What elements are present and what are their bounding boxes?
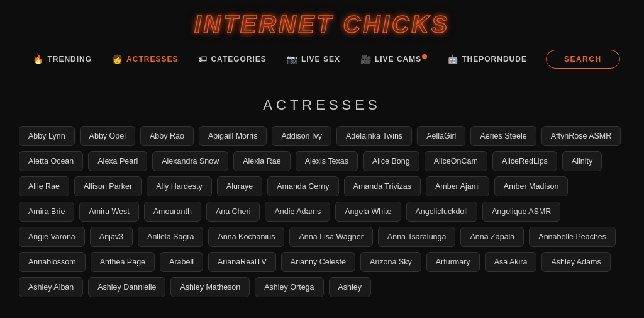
actress-tag[interactable]: Arturmary xyxy=(426,252,480,272)
nav-label-theporndude: THEPORNDUDE xyxy=(462,55,527,64)
actress-tag[interactable]: Adelainka Twins xyxy=(336,126,412,146)
actress-tag[interactable]: Angelicfuckdoll xyxy=(406,202,477,222)
actress-tag[interactable]: Anllela Sagra xyxy=(138,227,203,247)
actress-tag[interactable]: Anna Zapala xyxy=(460,227,524,247)
nav-label-categories: CATEGORIES xyxy=(211,55,266,64)
actress-tag[interactable]: Angie Varona xyxy=(19,227,85,247)
actress-tag[interactable]: Abby Opel xyxy=(80,126,135,146)
actress-tag[interactable]: Annabelle Peaches xyxy=(529,227,616,247)
actress-tag[interactable]: Amber Madison xyxy=(494,176,569,196)
site-title: INTERNET CHICKS xyxy=(0,0,644,45)
actress-tag[interactable]: Abby Rao xyxy=(140,126,194,146)
live-sex-icon: 📷 xyxy=(287,54,298,64)
actress-tag[interactable]: Addison Ivy xyxy=(272,126,331,146)
nav-item-live-cams[interactable]: 🎥LIVE CAMS xyxy=(352,50,436,68)
actress-tag[interactable]: Alexa Pearl xyxy=(88,151,147,171)
actress-tag[interactable]: Ashley Alban xyxy=(19,277,83,297)
actress-tag[interactable]: Aletta Ocean xyxy=(19,151,83,171)
actress-tag[interactable]: Ashley Matheson xyxy=(170,277,250,297)
nav-item-actresses[interactable]: 👩ACTRESSES xyxy=(103,50,187,68)
main-nav: 🔥TRENDING👩ACTRESSES🏷CATEGORIES📷LIVE SEX🎥… xyxy=(0,45,644,79)
nav-item-trending[interactable]: 🔥TRENDING xyxy=(24,50,101,68)
nav-label-actresses: ACTRESSES xyxy=(126,55,178,64)
actress-tag[interactable]: Arianny Celeste xyxy=(281,252,355,272)
actress-tag[interactable]: Amanda Trivizas xyxy=(344,176,421,196)
nav-label-trending: TRENDING xyxy=(47,55,92,64)
actress-tag[interactable]: Arabell xyxy=(160,252,203,272)
live-badge xyxy=(422,54,427,59)
nav-label-live-sex: LIVE SEX xyxy=(301,55,340,64)
actress-grid: Abby LynnAbby OpelAbby RaoAbigaill Morri… xyxy=(0,126,644,316)
actress-tag[interactable]: Alinity xyxy=(562,151,602,171)
theporndude-icon: 🤖 xyxy=(447,54,458,64)
actress-tag[interactable]: Annablossom xyxy=(19,252,86,272)
actress-tag[interactable]: Andie Adams xyxy=(265,202,330,222)
actress-tag[interactable]: Aeries Steele xyxy=(470,126,536,146)
actress-tag[interactable]: Arizona Sky xyxy=(360,252,421,272)
actress-tag[interactable]: Ashley Ortega xyxy=(255,277,323,297)
actress-tag[interactable]: Alexia Rae xyxy=(233,151,290,171)
trending-icon: 🔥 xyxy=(33,54,44,64)
actress-tag[interactable]: Anna Tsaralunga xyxy=(378,227,456,247)
actresses-icon: 👩 xyxy=(112,54,123,64)
nav-item-theporndude[interactable]: 🤖THEPORNDUDE xyxy=(438,50,536,68)
actress-tag[interactable]: Anna Lisa Wagner xyxy=(289,227,372,247)
actress-tag[interactable]: Allison Parker xyxy=(74,176,142,196)
actress-tag[interactable]: Asa Akira xyxy=(485,252,537,272)
actress-tag[interactable]: Angela White xyxy=(335,202,401,222)
actress-tag[interactable]: AftynRose ASMR xyxy=(541,126,621,146)
actress-tag[interactable]: Anthea Page xyxy=(91,252,155,272)
actress-tag[interactable]: Alice Bong xyxy=(363,151,419,171)
actress-tag[interactable]: Ashley xyxy=(329,277,372,297)
actress-tag[interactable]: AliceOnCam xyxy=(425,151,487,171)
actress-tag[interactable]: Ashley Dannielle xyxy=(88,277,165,297)
actress-tag[interactable]: Alexis Texas xyxy=(296,151,358,171)
actress-tag[interactable]: Aluraye xyxy=(217,176,262,196)
actress-tag[interactable]: Ana Cheri xyxy=(206,202,260,222)
actress-tag[interactable]: Angelique ASMR xyxy=(482,202,561,222)
actress-tag[interactable]: AellaGirl xyxy=(417,126,465,146)
actress-tag[interactable]: Amira Brie xyxy=(19,202,74,222)
categories-icon: 🏷 xyxy=(198,54,208,64)
actress-tag[interactable]: Abby Lynn xyxy=(19,126,75,146)
actress-tag[interactable]: Amouranth xyxy=(144,202,201,222)
nav-label-live-cams: LIVE CAMS xyxy=(375,55,421,64)
page-heading: ACTRESSES xyxy=(0,79,644,126)
actress-tag[interactable]: ArianaRealTV xyxy=(208,252,276,272)
nav-item-live-sex[interactable]: 📷LIVE SEX xyxy=(278,50,349,68)
actress-tag[interactable]: Amira West xyxy=(79,202,138,222)
actress-tag[interactable]: Amanda Cerny xyxy=(267,176,338,196)
live-cams-icon: 🎥 xyxy=(360,54,372,64)
actress-tag[interactable]: Allie Rae xyxy=(19,176,69,196)
actress-tag[interactable]: Abigaill Morris xyxy=(199,126,267,146)
actress-tag[interactable]: Alexandra Snow xyxy=(152,151,228,171)
actress-tag[interactable]: Ashley Adams xyxy=(541,252,610,272)
actress-tag[interactable]: Anjav3 xyxy=(90,227,133,247)
nav-item-categories[interactable]: 🏷CATEGORIES xyxy=(189,50,275,68)
actress-tag[interactable]: Ally Hardesty xyxy=(147,176,212,196)
actress-tag[interactable]: Amber Ajami xyxy=(426,176,489,196)
actress-tag[interactable]: Anna Kochanius xyxy=(208,227,284,247)
actress-tag[interactable]: AliceRedLips xyxy=(492,151,557,171)
search-button[interactable]: SEARCH xyxy=(546,50,620,69)
